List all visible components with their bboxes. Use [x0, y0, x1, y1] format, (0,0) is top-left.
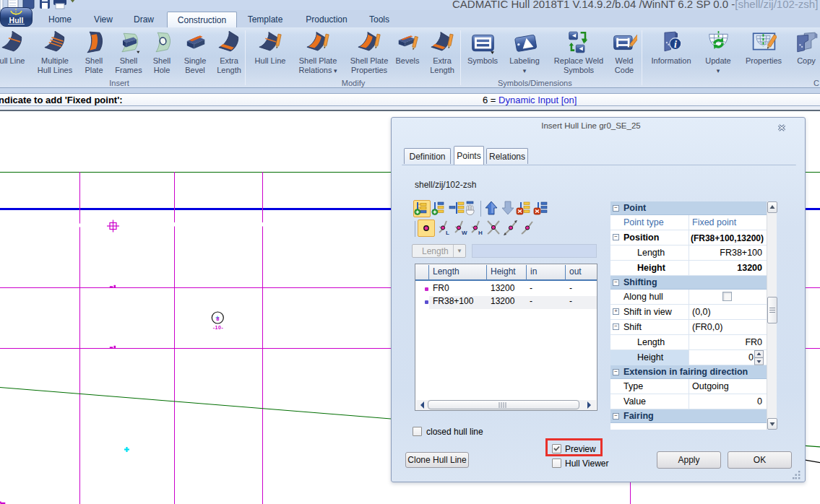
- svg-text:L: L: [446, 230, 449, 236]
- svg-text:Hull: Hull: [9, 16, 24, 25]
- svg-text:W: W: [462, 230, 467, 236]
- svg-text:-10-: -10-: [213, 325, 224, 330]
- svg-text:8: 8: [216, 316, 219, 322]
- svg-text:H: H: [478, 230, 483, 236]
- svg-text:i: i: [673, 39, 676, 50]
